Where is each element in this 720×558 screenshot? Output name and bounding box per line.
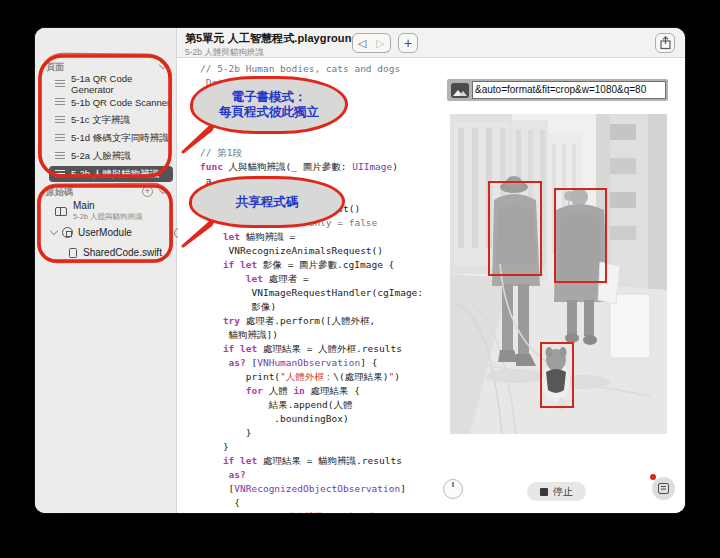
code-line: as?: [200, 468, 423, 482]
sidebar-page-item[interactable]: 5-1a QR Code Generator: [49, 76, 173, 92]
code-line: }: [200, 440, 423, 454]
usermodule-label: UserModule: [78, 227, 132, 238]
module-icon: [62, 227, 73, 238]
code-line: let 處理者 =: [200, 272, 423, 286]
page-lines-icon: [55, 80, 65, 89]
live-view-pane: &auto=format&fit=crop&w=1080&q=80: [433, 59, 685, 513]
page-item-label: 5-2a 人臉辨識: [71, 150, 131, 163]
sidebar-page-item[interactable]: 5-2a 人臉辨識: [49, 148, 173, 164]
stop-icon: [540, 488, 548, 496]
bubble-text: 每頁程式彼此獨立: [219, 105, 319, 120]
speed-gauge-button[interactable]: [443, 479, 463, 499]
code-line: {: [200, 496, 423, 510]
code-line: // 第1段: [200, 146, 423, 160]
code-line: 貓狗辨識]): [200, 328, 423, 342]
code-line: 結果.append(人體: [200, 398, 423, 412]
page-lines-icon: [55, 98, 65, 107]
bubble-text: 電子書模式：: [232, 90, 307, 105]
code-line: 影像): [200, 300, 423, 314]
add-source-icon[interactable]: +: [142, 186, 153, 197]
notification-dot: [650, 474, 656, 480]
sharedcode-label: SharedCode.swift: [83, 247, 162, 258]
file-icon: [69, 248, 77, 258]
code-line: .boundingBox): [200, 412, 423, 426]
photo-icon: [451, 83, 469, 98]
sidebar: 頁面 5-1a QR Code Generator5-1b QR Code Sc…: [35, 28, 177, 513]
sidebar-item-usermodule[interactable]: UserModule: [49, 227, 173, 238]
page-lines-icon: [55, 170, 65, 179]
code-line: // 5-2b Human bodies, cats and dogs: [200, 62, 423, 76]
code-line: print("人體外框：\(處理結果)"): [200, 370, 423, 384]
code-line: }: [200, 426, 423, 440]
code-line: if let 處理結果 = 人體外框.results: [200, 342, 423, 356]
code-line: [200, 132, 423, 146]
annotation-bubble-shared: 共享程式碼: [189, 176, 345, 228]
sidebar-page-item[interactable]: 5-1c 文字辨識: [49, 112, 173, 128]
detection-photo: [450, 114, 667, 434]
code-line: if let 影像 = 圖片參數.cgImage {: [200, 258, 423, 272]
sidebar-item-sharedcode[interactable]: SharedCode.swift: [49, 247, 173, 258]
code-line: as? [VNHumanObservation] {: [200, 356, 423, 370]
console-button[interactable]: [652, 477, 675, 500]
code-line: print("貓狗辨識: \(處理結果)"): [200, 510, 423, 513]
add-page-button[interactable]: +: [398, 33, 418, 53]
main-item-sublabel: 5-2b 人體與貓狗辨識: [73, 212, 143, 222]
page-lines-icon: [55, 152, 65, 161]
url-field[interactable]: &auto=format&fit=crop&w=1080&q=80: [472, 81, 666, 99]
page-item-label: 5-1d 條碼文字同時辨識: [71, 132, 169, 145]
page-item-label: 5-1c 文字辨識: [71, 114, 130, 127]
annotation-bubble-ebook: 電子書模式： 每頁程式彼此獨立: [190, 76, 348, 134]
chevron-down-icon[interactable]: [159, 61, 167, 69]
code-line: [VNRecognizedObjectObservation]: [200, 482, 423, 496]
code-line: func 人與貓狗辨識(_ 圖片參數: UIImage): [200, 160, 423, 174]
share-button[interactable]: [655, 33, 675, 53]
code-line: VNImageRequestHandler(cgImage:: [200, 286, 423, 300]
chevron-down-icon: [50, 227, 58, 235]
back-button[interactable]: ◁: [352, 33, 372, 53]
stop-label: 停止: [553, 485, 573, 499]
source-section-header: 原始碼: [46, 186, 73, 199]
code-line: try 處理者.perform([人體外框,: [200, 314, 423, 328]
page-item-label: 5-1b QR Code Scanner: [71, 97, 170, 108]
book-icon: [55, 207, 67, 216]
code-line: let 貓狗辨識 =: [200, 230, 423, 244]
share-icon: [659, 36, 672, 50]
sidebar-page-item[interactable]: 5-2b 人體與貓狗辨識: [49, 166, 173, 182]
console-icon: [658, 483, 669, 494]
sidebar-item-main[interactable]: Main 5-2b 人體與貓狗辨識: [49, 200, 173, 222]
url-bar: &auto=format&fit=crop&w=1080&q=80: [447, 79, 668, 101]
page-item-label: 5-1a QR Code Generator: [71, 73, 173, 95]
pages-section-header: 頁面: [46, 61, 64, 74]
playgrounds-window: 第5單元 人工智慧程式.playgroundbook 5-2b 人體與貓狗辨識 …: [35, 28, 685, 513]
sidebar-page-item[interactable]: 5-1b QR Code Scanner: [49, 94, 173, 110]
sidebar-page-item[interactable]: 5-1d 條碼文字同時辨識: [49, 130, 173, 146]
page-lines-icon: [55, 116, 65, 125]
chevron-down-icon[interactable]: [159, 186, 167, 194]
page-lines-icon: [55, 134, 65, 143]
stop-button[interactable]: 停止: [527, 482, 586, 501]
bubble-text: 共享程式碼: [236, 195, 299, 210]
main-item-label: Main: [73, 200, 143, 211]
code-line: VNRecognizeAnimalsRequest(): [200, 244, 423, 258]
page-item-label: 5-2b 人體與貓狗辨識: [71, 168, 159, 181]
code-line: if let 處理結果 = 貓狗辨識.results: [200, 454, 423, 468]
code-line: for 人體 in 處理結果 {: [200, 384, 423, 398]
forward-button[interactable]: ▷: [371, 33, 391, 53]
